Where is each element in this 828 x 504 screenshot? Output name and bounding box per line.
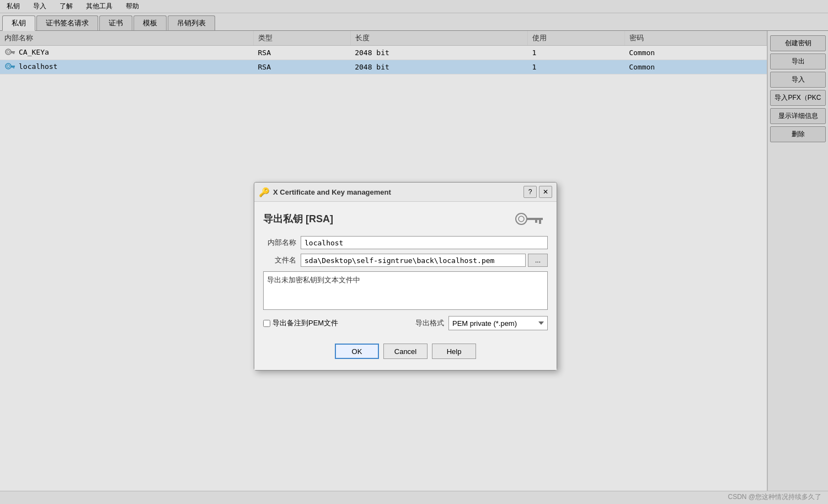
ok-button[interactable]: OK	[335, 344, 379, 359]
filename-label: 文件名	[263, 255, 296, 265]
filename-input-group: ...	[301, 254, 548, 267]
format-select[interactable]: PEM private (*.pem) DER private (*.der) …	[448, 316, 548, 330]
dialog-title-left: 🔑 X Certificate and Key management	[259, 187, 391, 197]
filename-input[interactable]	[301, 254, 526, 267]
internal-name-label: 内部名称	[263, 238, 296, 248]
browse-button[interactable]: ...	[528, 254, 548, 267]
cancel-button[interactable]: Cancel	[383, 344, 428, 359]
dialog-section-title: 导出私钥 [RSA]	[263, 212, 333, 226]
backup-pem-label: 导出备注到PEM文件	[263, 318, 338, 328]
dialog-header-section: 导出私钥 [RSA]	[263, 211, 548, 227]
modal-overlay: 🔑 X Certificate and Key management ? ✕ 导…	[0, 0, 828, 504]
svg-point-10	[516, 213, 527, 224]
dialog-title-text: X Certificate and Key management	[273, 188, 391, 196]
filename-row: 文件名 ...	[263, 254, 548, 267]
dialog-body: 导出私钥 [RSA] 内部名称	[254, 202, 557, 370]
svg-rect-14	[535, 220, 537, 223]
export-dialog: 🔑 X Certificate and Key management ? ✕ 导…	[254, 182, 557, 371]
svg-rect-12	[526, 218, 543, 220]
internal-name-row: 内部名称	[263, 236, 548, 249]
dialog-help-button[interactable]: ?	[523, 186, 537, 198]
svg-point-11	[519, 216, 524, 222]
dialog-title-icon: 🔑	[259, 187, 270, 197]
format-label: 导出格式	[415, 318, 444, 328]
format-row: 导出格式 PEM private (*.pem) DER private (*.…	[415, 316, 548, 330]
dialog-controls: ? ✕	[523, 186, 552, 198]
internal-name-input[interactable]	[301, 236, 548, 249]
dialog-footer: OK Cancel Help	[263, 339, 548, 361]
textarea-row: 导出未加密私钥到文本文件中	[263, 271, 548, 312]
dialog-titlebar: 🔑 X Certificate and Key management ? ✕	[254, 183, 557, 202]
app-window: 私钥 导入 了解 其他工具 帮助 私钥 证书签名请求 证书 模板 吊销列表 内部…	[0, 0, 828, 504]
dialog-close-button[interactable]: ✕	[539, 186, 552, 198]
svg-rect-13	[539, 220, 541, 224]
export-textarea[interactable]: 导出未加密私钥到文本文件中	[263, 271, 548, 310]
help-button[interactable]: Help	[432, 344, 476, 359]
key-graphic	[515, 211, 548, 227]
backup-pem-text: 导出备注到PEM文件	[273, 318, 338, 328]
key-large-icon	[515, 211, 548, 227]
backup-pem-checkbox[interactable]	[263, 320, 270, 327]
options-row: 导出备注到PEM文件 导出格式 PEM private (*.pem) DER …	[263, 316, 548, 330]
